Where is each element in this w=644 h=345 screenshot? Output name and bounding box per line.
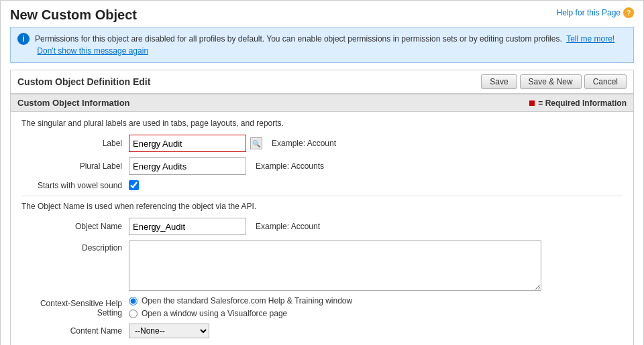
label-input-group: 🔍 Example: Account bbox=[129, 135, 336, 152]
object-name-note: The Object Name is used when referencing… bbox=[21, 202, 623, 211]
help-icon: ? bbox=[623, 7, 634, 18]
help-link-text: Help for this Page bbox=[557, 8, 621, 17]
lookup-icon[interactable]: 🔍 bbox=[250, 137, 262, 149]
radio-option1-label: Open the standard Salesforce.com Help & … bbox=[142, 296, 352, 305]
object-name-input[interactable] bbox=[129, 218, 246, 235]
save-new-button[interactable]: Save & New bbox=[520, 74, 582, 89]
radio-group: Open the standard Salesforce.com Help & … bbox=[129, 296, 352, 318]
info-panel-header: Custom Object Information = Required Inf… bbox=[11, 94, 633, 112]
radio-option2-row: Open a window using a Visualforce page bbox=[129, 309, 352, 318]
divider bbox=[21, 196, 623, 196]
plural-label-field-label: Plural Label bbox=[21, 161, 129, 171]
label-note: The singular and plural labels are used … bbox=[21, 119, 623, 128]
required-label: = Required Information bbox=[538, 98, 627, 108]
plural-label-input[interactable] bbox=[129, 157, 246, 175]
form-area: The singular and plural labels are used … bbox=[11, 112, 633, 345]
description-row: Description bbox=[21, 240, 623, 291]
banner-message: Permissions for this object are disabled… bbox=[35, 34, 562, 44]
description-field-label: Description bbox=[21, 240, 129, 253]
label-example: Example: Account bbox=[272, 139, 336, 148]
object-name-field-label: Object Name bbox=[21, 222, 129, 231]
vowel-row: Starts with vowel sound bbox=[21, 180, 623, 190]
object-name-row: Object Name Example: Account bbox=[21, 218, 623, 235]
help-setting-input-group: Open the standard Salesforce.com Help & … bbox=[129, 296, 352, 318]
main-section: Custom Object Definition Edit Save Save … bbox=[10, 70, 634, 345]
plural-label-example: Example: Accounts bbox=[256, 161, 324, 171]
description-textarea[interactable] bbox=[129, 240, 541, 291]
info-icon: i bbox=[17, 33, 30, 45]
help-link[interactable]: Help for this Page ? bbox=[557, 7, 634, 18]
content-name-select[interactable]: --None-- bbox=[129, 324, 209, 338]
tell-me-more-link[interactable]: Tell me more! bbox=[566, 34, 614, 44]
page-header: New Custom Object Help for this Page ? bbox=[1, 1, 643, 27]
description-input-group bbox=[129, 240, 541, 291]
plural-label-row: Plural Label Example: Accounts bbox=[21, 157, 623, 175]
label-row: Label 🔍 Example: Account bbox=[21, 135, 623, 152]
button-group: Save Save & New Cancel bbox=[481, 74, 627, 89]
content-name-label: Content Name bbox=[21, 326, 129, 336]
info-panel-title: Custom Object Information bbox=[17, 98, 130, 108]
object-name-example: Example: Account bbox=[256, 222, 320, 231]
info-panel: Custom Object Information = Required Inf… bbox=[11, 94, 633, 345]
banner-text: Permissions for this object are disabled… bbox=[35, 33, 627, 57]
vowel-field-label: Starts with vowel sound bbox=[21, 181, 129, 190]
dont-show-link[interactable]: Don't show this message again bbox=[37, 46, 148, 56]
object-name-input-group: Example: Account bbox=[129, 218, 320, 235]
radio-option1-row: Open the standard Salesforce.com Help & … bbox=[129, 296, 352, 305]
plural-label-input-group: Example: Accounts bbox=[129, 157, 324, 175]
label-input[interactable] bbox=[129, 135, 246, 152]
cancel-button[interactable]: Cancel bbox=[584, 74, 627, 89]
radio-option2[interactable] bbox=[129, 309, 138, 318]
help-setting-label: Context-Sensitive Help Setting bbox=[21, 296, 129, 318]
page-title: New Custom Object bbox=[10, 7, 137, 23]
required-indicator: = Required Information bbox=[529, 98, 627, 108]
label-field-label: Label bbox=[21, 139, 129, 148]
vowel-input-group bbox=[129, 180, 139, 190]
content-name-row: Content Name --None-- bbox=[21, 324, 623, 338]
help-setting-row: Context-Sensitive Help Setting Open the … bbox=[21, 296, 623, 318]
radio-option1[interactable] bbox=[129, 297, 138, 305]
vowel-checkbox[interactable] bbox=[129, 180, 139, 190]
content-name-input-group: --None-- bbox=[129, 324, 209, 338]
section-title: Custom Object Definition Edit bbox=[17, 76, 150, 87]
info-banner: i Permissions for this object are disabl… bbox=[10, 27, 634, 63]
save-button[interactable]: Save bbox=[481, 74, 517, 89]
section-header-row: Custom Object Definition Edit Save Save … bbox=[11, 70, 633, 94]
radio-option2-label: Open a window using a Visualforce page bbox=[142, 309, 287, 318]
red-square-icon bbox=[529, 100, 535, 106]
